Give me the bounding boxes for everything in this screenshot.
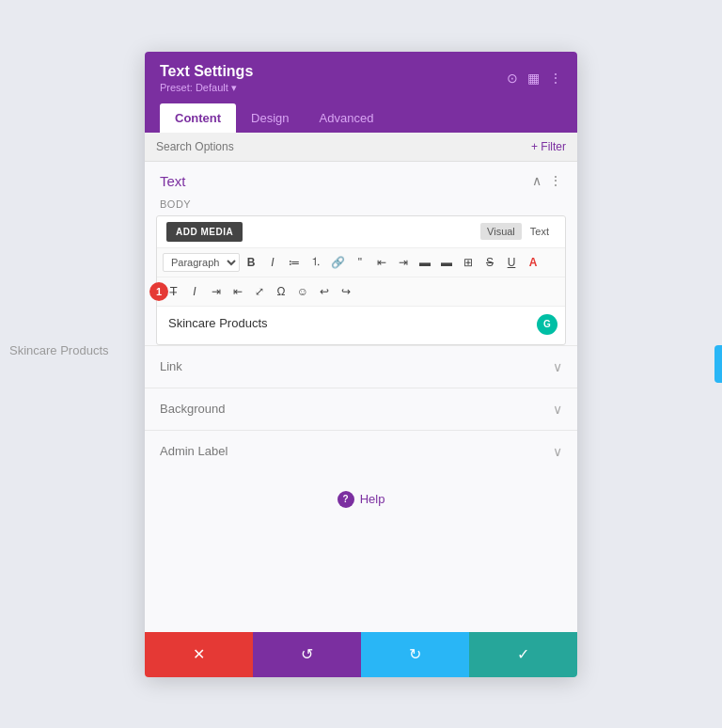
more-icon[interactable]: ⋮ <box>549 71 562 86</box>
cancel-button[interactable]: ✕ <box>145 632 253 677</box>
link-label: Link <box>160 359 182 373</box>
italic2-button[interactable]: I <box>184 281 205 302</box>
help-icon[interactable]: ? <box>337 491 354 508</box>
save-icon: ✓ <box>517 645 529 663</box>
align-right-button[interactable]: ▬ <box>415 252 435 273</box>
panel-header: Text Settings Preset: Default ▾ ⊙ ▦ ⋮ Co… <box>145 52 577 133</box>
section-more-icon[interactable]: ⋮ <box>549 173 562 188</box>
strikethrough-button[interactable]: S <box>479 252 500 273</box>
text-settings-panel: Text Settings Preset: Default ▾ ⊙ ▦ ⋮ Co… <box>145 52 577 677</box>
body-field-label: Body <box>145 195 577 215</box>
undo-button[interactable]: ↺ <box>253 632 361 677</box>
redo-editor-button[interactable]: ↪ <box>336 281 356 302</box>
blockquote-button[interactable]: " <box>350 252 370 273</box>
admin-label-section[interactable]: Admin Label ∨ <box>145 430 577 472</box>
section-collapse-icon[interactable]: ∧ <box>532 173 542 188</box>
grammarly-letter: G <box>543 319 551 329</box>
align-center-button[interactable]: ⇥ <box>393 252 414 273</box>
editor-toolbar-row1: Paragraph B I ≔ ⒈ 🔗 " ⇤ ⇥ ▬ ▬ ⊞ S U A <box>157 248 565 277</box>
background-section[interactable]: Background ∨ <box>145 388 577 430</box>
emoji-button[interactable]: ☺ <box>292 281 313 302</box>
table-button[interactable]: ⊞ <box>458 252 479 273</box>
text-tab[interactable]: Text <box>524 223 556 240</box>
background-text: Skincare Products <box>9 343 109 357</box>
text-section-header: Text ∧ ⋮ <box>145 162 577 195</box>
save-button[interactable]: ✓ <box>469 632 577 677</box>
editor-toolbar-row2: 1 T̶ I ⇥ ⇤ ⤢ Ω ☺ ↩ ↪ <box>157 277 565 307</box>
undo-editor-button[interactable]: ↩ <box>314 281 335 302</box>
text-color-button[interactable]: A <box>523 252 543 273</box>
tab-bar: Content Design Advanced <box>160 103 562 133</box>
paragraph-select[interactable]: Paragraph <box>163 253 240 272</box>
section-controls: ∧ ⋮ <box>532 173 562 188</box>
filter-button[interactable]: + Filter <box>531 140 566 153</box>
align-left-button[interactable]: ⇤ <box>371 252 392 273</box>
add-media-button[interactable]: ADD MEDIA <box>166 222 243 242</box>
title-group: Text Settings Preset: Default ▾ <box>160 63 253 94</box>
tab-advanced[interactable]: Advanced <box>305 103 389 133</box>
columns-icon[interactable]: ▦ <box>527 71 540 86</box>
background-label: Background <box>160 402 225 416</box>
link-chevron-icon: ∨ <box>553 359 562 374</box>
background-chevron-icon: ∨ <box>553 402 562 417</box>
redo-icon: ↻ <box>409 645 421 663</box>
unordered-list-button[interactable]: ≔ <box>284 252 305 273</box>
help-label[interactable]: Help <box>360 492 385 506</box>
search-bar: + Filter <box>145 133 577 162</box>
panel-title: Text Settings <box>160 63 253 80</box>
tab-content[interactable]: Content <box>160 103 236 133</box>
tab-design[interactable]: Design <box>236 103 304 133</box>
justify-button[interactable]: ▬ <box>436 252 457 273</box>
editor-text: Skincare Products <box>168 316 268 330</box>
editor-topbar: ADD MEDIA Visual Text <box>157 216 565 248</box>
italic-button[interactable]: I <box>262 252 283 273</box>
title-row: Text Settings Preset: Default ▾ ⊙ ▦ ⋮ <box>160 63 562 103</box>
help-section: ? Help <box>145 472 577 527</box>
visual-text-toggle: Visual Text <box>480 223 556 240</box>
panel-footer: ✕ ↺ ↻ ✓ <box>145 632 577 677</box>
special-char-button[interactable]: Ω <box>271 281 291 302</box>
undo-icon: ↺ <box>301 645 313 663</box>
ordered-list-button[interactable]: ⒈ <box>306 252 326 273</box>
admin-chevron-icon: ∨ <box>553 444 562 459</box>
editor-content[interactable]: Skincare Products G <box>157 307 565 344</box>
link-button[interactable]: 🔗 <box>327 252 349 273</box>
header-icons: ⊙ ▦ ⋮ <box>507 71 562 86</box>
link-section[interactable]: Link ∨ <box>145 345 577 388</box>
redo-button[interactable]: ↻ <box>361 632 469 677</box>
editor-wrapper: ADD MEDIA Visual Text Paragraph B I ≔ ⒈ … <box>156 215 566 345</box>
step-badge: 1 <box>149 282 168 301</box>
panel-body: Text ∧ ⋮ Body ADD MEDIA Visual Text Para… <box>145 162 577 632</box>
right-edge-accent <box>714 345 722 383</box>
bold-button[interactable]: B <box>241 252 261 273</box>
search-input[interactable] <box>156 140 531 153</box>
expand-button[interactable]: ⤢ <box>249 281 270 302</box>
panel-preset[interactable]: Preset: Default ▾ <box>160 82 253 94</box>
responsive-icon[interactable]: ⊙ <box>507 71 518 86</box>
grammarly-icon: G <box>537 314 557 335</box>
visual-tab[interactable]: Visual <box>480 223 522 240</box>
underline-button[interactable]: U <box>501 252 522 273</box>
outdent-button[interactable]: ⇤ <box>228 281 248 302</box>
text-section-title: Text <box>160 173 186 189</box>
admin-label-text: Admin Label <box>160 444 228 458</box>
indent-button[interactable]: ⇥ <box>206 281 227 302</box>
cancel-icon: ✕ <box>193 645 205 663</box>
